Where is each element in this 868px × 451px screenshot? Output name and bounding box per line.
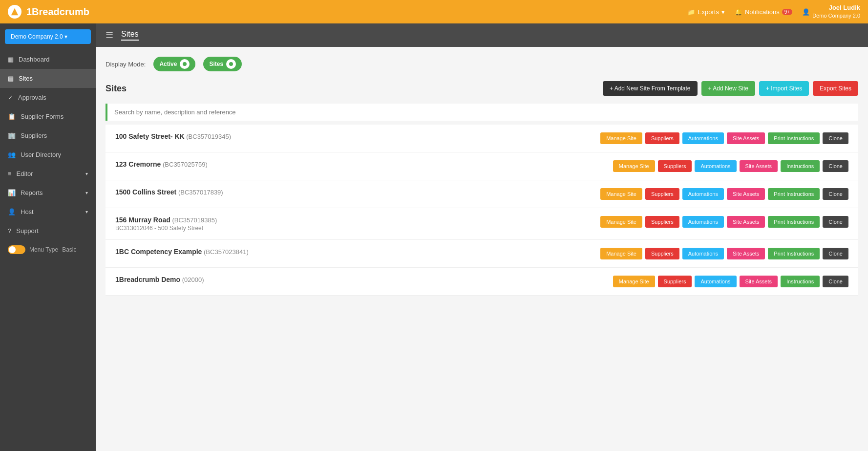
sidebar-item-support[interactable]: ? Support bbox=[0, 221, 96, 240]
suppliers-button[interactable]: Suppliers bbox=[658, 276, 692, 287]
host-icon: 👤 bbox=[8, 208, 16, 215]
site-assets-button[interactable]: Site Assets bbox=[727, 188, 765, 200]
site-actions: Manage SiteSuppliersAutomationsSite Asse… bbox=[600, 132, 848, 144]
manage-site-button[interactable]: Manage Site bbox=[600, 216, 642, 228]
user-name: Joel Ludik bbox=[812, 4, 860, 12]
suppliers-button[interactable]: Suppliers bbox=[658, 160, 692, 172]
sidebar-label-editor: Editor bbox=[17, 170, 33, 177]
display-mode-row: Display Mode: Active Sites bbox=[106, 57, 858, 71]
manage-site-button[interactable]: Manage Site bbox=[600, 248, 642, 259]
search-input[interactable] bbox=[106, 104, 858, 121]
manage-site-button[interactable]: Manage Site bbox=[613, 160, 655, 172]
site-name: 1500 Collins Street bbox=[115, 188, 176, 196]
sidebar-item-sites[interactable]: ▤ Sites bbox=[0, 69, 96, 88]
svg-marker-0 bbox=[11, 8, 18, 15]
add-new-site-button[interactable]: + Add New Site bbox=[701, 81, 755, 96]
site-name-block: 100 Safety Street- KK (BC357019345) bbox=[115, 132, 231, 140]
notification-badge: 9+ bbox=[782, 9, 792, 15]
site-item: 1Breadcrumb Demo (02000)Manage SiteSuppl… bbox=[106, 268, 858, 296]
sites-toggle[interactable]: Sites bbox=[203, 57, 242, 71]
sidebar-item-reports[interactable]: 📊 Reports ▾ bbox=[0, 183, 96, 202]
site-assets-button[interactable]: Site Assets bbox=[740, 276, 778, 287]
bell-icon: 🔔 bbox=[735, 8, 742, 16]
sidebar-item-user-directory[interactable]: 👥 User Directory bbox=[0, 145, 96, 164]
supplier-forms-icon: 📋 bbox=[8, 113, 16, 120]
sidebar-item-suppliers[interactable]: 🏢 Suppliers bbox=[0, 126, 96, 145]
print-instructions-button[interactable]: Print Instructions bbox=[768, 132, 820, 144]
clone-button[interactable]: Clone bbox=[823, 188, 848, 200]
dashboard-icon: ▦ bbox=[8, 56, 14, 63]
instructions-button[interactable]: Instructions bbox=[781, 276, 820, 287]
manage-site-button[interactable]: Manage Site bbox=[600, 188, 642, 200]
site-sub: BC313012046 - 500 Safety Street bbox=[115, 225, 217, 232]
print-instructions-button[interactable]: Print Instructions bbox=[768, 216, 820, 228]
menu-type-row: Menu Type Basic bbox=[0, 240, 96, 259]
hamburger-icon[interactable]: ☰ bbox=[106, 30, 113, 41]
user-directory-icon: 👥 bbox=[8, 151, 16, 158]
clone-button[interactable]: Clone bbox=[823, 248, 848, 259]
sidebar-item-dashboard[interactable]: ▦ Dashboard bbox=[0, 50, 96, 69]
automations-button[interactable]: Automations bbox=[695, 276, 736, 287]
company-selector[interactable]: Demo Company 2.0 ▾ bbox=[5, 29, 91, 44]
reports-icon: 📊 bbox=[8, 189, 16, 196]
exports-button[interactable]: 📁 Exports ▾ bbox=[687, 8, 725, 16]
logo-icon bbox=[8, 5, 21, 19]
user-profile[interactable]: 👤 Joel Ludik Demo Company 2.0 bbox=[802, 4, 860, 19]
suppliers-button[interactable]: Suppliers bbox=[645, 216, 679, 228]
site-name-block: 1BC Competency Example (BC357023841) bbox=[115, 248, 249, 256]
site-assets-button[interactable]: Site Assets bbox=[727, 216, 765, 228]
site-item-top: 123 Cremorne (BC357025759)Manage SiteSup… bbox=[115, 160, 848, 172]
instructions-button[interactable]: Instructions bbox=[781, 160, 820, 172]
site-assets-button[interactable]: Site Assets bbox=[740, 160, 778, 172]
site-item: 100 Safety Street- KK (BC357019345)Manag… bbox=[106, 125, 858, 152]
sidebar-item-host[interactable]: 👤 Host ▾ bbox=[0, 202, 96, 221]
add-from-template-button[interactable]: + Add New Site From Template bbox=[603, 81, 698, 96]
clone-button[interactable]: Clone bbox=[823, 276, 848, 287]
suppliers-button[interactable]: Suppliers bbox=[645, 188, 679, 200]
site-item-top: 1Breadcrumb Demo (02000)Manage SiteSuppl… bbox=[115, 276, 848, 287]
site-code: (BC357023841) bbox=[202, 248, 248, 256]
user-info: Joel Ludik Demo Company 2.0 bbox=[812, 4, 860, 19]
print-instructions-button[interactable]: Print Instructions bbox=[768, 248, 820, 259]
site-actions: Manage SiteSuppliersAutomationsSite Asse… bbox=[613, 276, 848, 287]
reports-chevron-icon: ▾ bbox=[85, 190, 88, 195]
site-actions: Manage SiteSuppliersAutomationsSite Asse… bbox=[600, 216, 848, 228]
automations-button[interactable]: Automations bbox=[695, 160, 736, 172]
site-item-top: 1BC Competency Example (BC357023841)Mana… bbox=[115, 248, 848, 259]
svg-point-2 bbox=[229, 62, 233, 66]
site-assets-button[interactable]: Site Assets bbox=[727, 132, 765, 144]
clone-button[interactable]: Clone bbox=[823, 216, 848, 228]
automations-button[interactable]: Automations bbox=[682, 132, 724, 144]
user-icon: 👤 bbox=[802, 8, 810, 16]
sidebar-item-supplier-forms[interactable]: 📋 Supplier Forms bbox=[0, 107, 96, 126]
export-sites-button[interactable]: Export Sites bbox=[813, 81, 858, 96]
menu-type-toggle[interactable] bbox=[8, 245, 25, 254]
print-instructions-button[interactable]: Print Instructions bbox=[768, 188, 820, 200]
site-assets-button[interactable]: Site Assets bbox=[727, 248, 765, 259]
automations-button[interactable]: Automations bbox=[682, 248, 724, 259]
automations-button[interactable]: Automations bbox=[682, 188, 724, 200]
menu-type-value: Basic bbox=[62, 246, 76, 253]
sidebar-item-approvals[interactable]: ✓ Approvals bbox=[0, 88, 96, 107]
import-sites-button[interactable]: + Import Sites bbox=[759, 81, 809, 96]
suppliers-button[interactable]: Suppliers bbox=[645, 132, 679, 144]
manage-site-button[interactable]: Manage Site bbox=[613, 276, 655, 287]
site-code: (BC357017839) bbox=[176, 189, 223, 196]
notifications-button[interactable]: 🔔 Notifications 9+ bbox=[735, 8, 792, 16]
active-toggle-label: Active bbox=[159, 61, 177, 67]
support-icon: ? bbox=[8, 227, 11, 235]
clone-button[interactable]: Clone bbox=[823, 160, 848, 172]
manage-site-button[interactable]: Manage Site bbox=[600, 132, 642, 144]
active-toggle[interactable]: Active bbox=[153, 57, 195, 71]
sidebar-label-user-directory: User Directory bbox=[21, 151, 61, 158]
site-name: 100 Safety Street- KK bbox=[115, 132, 185, 140]
site-code: (02000) bbox=[180, 276, 204, 283]
suppliers-button[interactable]: Suppliers bbox=[645, 248, 679, 259]
site-actions: Manage SiteSuppliersAutomationsSite Asse… bbox=[613, 160, 848, 172]
top-navigation: 1Breadcrumb 📁 Exports ▾ 🔔 Notifications … bbox=[0, 0, 868, 23]
approvals-icon: ✓ bbox=[8, 94, 13, 101]
clone-button[interactable]: Clone bbox=[823, 132, 848, 144]
automations-button[interactable]: Automations bbox=[682, 216, 724, 228]
sidebar-label-suppliers: Suppliers bbox=[21, 132, 47, 139]
sidebar-item-editor[interactable]: ≡ Editor ▾ bbox=[0, 164, 96, 183]
